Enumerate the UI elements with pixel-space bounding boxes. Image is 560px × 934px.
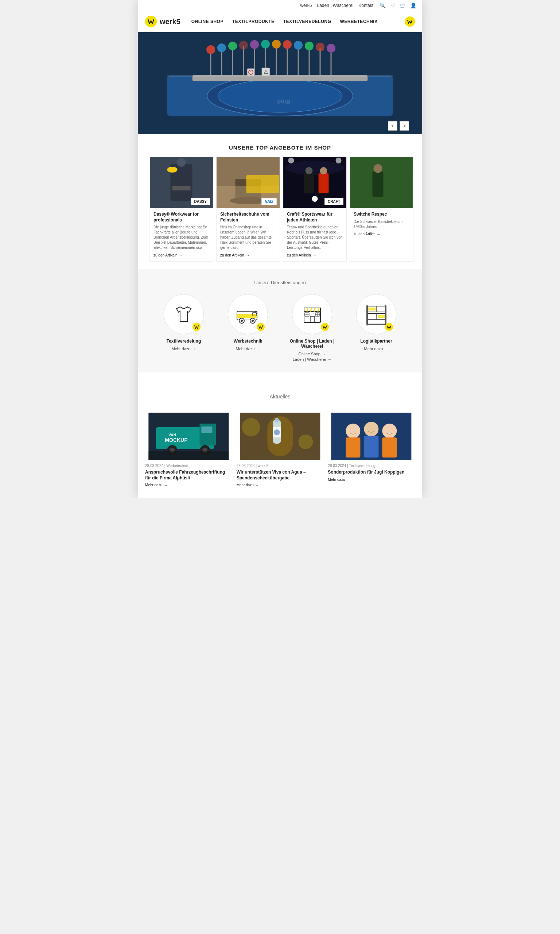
svg-rect-85 xyxy=(366,305,368,325)
svg-text:MOCKUP: MOCKUP xyxy=(165,437,188,443)
news-title-2: Sonderproduktion für Jugi Koppigen xyxy=(328,470,415,475)
service-link-textilveredelung[interactable]: Mehr dazu → xyxy=(172,347,196,351)
nav-werbetechnik[interactable]: WERBETECHNIK xyxy=(340,19,378,24)
news-link-2[interactable]: Mehr dazu → xyxy=(328,478,415,482)
svg-rect-87 xyxy=(366,324,386,325)
product-title-dassy: Dassy® Workwear for professionals xyxy=(154,212,209,223)
product-card-craft: CRAFT Craft® Sportswear für jeden Athlet… xyxy=(283,157,347,262)
service-w-badge xyxy=(385,323,393,331)
svg-point-55 xyxy=(320,167,328,174)
service-title-shop: Online Shop | Laden | Wäscherei xyxy=(283,339,341,349)
arrow-icon: → xyxy=(376,232,381,237)
services-subtitle: Unsere Dienstleistungen xyxy=(145,280,415,285)
svg-rect-42 xyxy=(172,186,191,190)
svg-point-59 xyxy=(374,164,382,173)
nav-online-shop[interactable]: ONLINE SHOP xyxy=(191,19,223,24)
service-link-laden[interactable]: Laden | Wäscherei → xyxy=(293,357,332,362)
svg-point-39 xyxy=(177,158,186,167)
topbar-link-kontakt[interactable]: Kontakt xyxy=(358,3,373,8)
topbar-link-laden[interactable]: Laden | Wäscherei xyxy=(317,3,353,8)
product-info-switch: Switche Respec Die Schweizer Basicbeklei… xyxy=(350,208,413,240)
product-link-dassy[interactable]: zu den Artikeln → xyxy=(154,253,209,257)
svg-rect-47 xyxy=(246,175,279,193)
news-grid: VAN MOCKUP 28.03.2024 xyxy=(145,413,415,487)
carousel-next-btn[interactable]: > xyxy=(400,121,409,131)
service-card-textilveredelung: Textilveredelung Mehr dazu → xyxy=(155,294,213,362)
svg-rect-58 xyxy=(372,171,383,197)
logo-icon xyxy=(145,16,157,27)
service-icon-tshirt xyxy=(164,294,204,334)
arrow-icon: → xyxy=(192,347,196,351)
svg-rect-41 xyxy=(169,169,176,172)
arrow-icon: → xyxy=(246,253,250,257)
wishlist-icon[interactable]: ♡ xyxy=(389,2,396,9)
svg-line-69 xyxy=(311,308,311,311)
product-link-haix[interactable]: zu den Artikeln → xyxy=(220,253,276,257)
carousel-prev-btn[interactable]: < xyxy=(388,121,397,131)
news-link-1[interactable]: Mehr dazu → xyxy=(237,483,324,487)
topbar-link-werk5[interactable]: werk5 xyxy=(300,3,312,8)
product-desc-haix: Neu im Onlineshop und in unserem Laden i… xyxy=(220,225,276,250)
service-title-werbetechnik: Werbetechnik xyxy=(234,339,262,344)
aktuelles-title: Aktuelles xyxy=(145,384,415,405)
arrow-icon: → xyxy=(384,347,388,351)
service-title-logistik: Logistikpartner xyxy=(360,339,392,344)
news-img-0: VAN MOCKUP xyxy=(145,413,232,460)
service-links-shop: Online Shop → Laden | Wäscherei → xyxy=(293,352,332,362)
product-img-craft: CRAFT xyxy=(283,157,346,208)
svg-rect-111 xyxy=(364,436,379,458)
account-icon[interactable]: 👤 xyxy=(410,2,416,9)
nav-textilprodukte[interactable]: TEXTILPRODUKTE xyxy=(232,19,275,24)
product-title-craft: Craft® Sportswear für jeden Athleten xyxy=(287,212,343,223)
service-link-werbetechnik[interactable]: Mehr dazu → xyxy=(236,347,260,351)
product-card-switch: Switche Respec Die Schweizer Basicbeklei… xyxy=(350,157,414,262)
header-badge xyxy=(405,16,415,27)
top-offers-section: UNSERE TOP ANGEBOTE IM SHOP < > xyxy=(138,134,422,262)
svg-point-49 xyxy=(286,160,344,175)
product-link-craft[interactable]: zu den Artikeln → xyxy=(287,253,343,257)
product-desc-dassy: Die junge dänische Marke hat für Fachkrä… xyxy=(154,225,209,250)
news-meta-0: 28.03.2024 | Werbetechnik xyxy=(145,464,232,468)
product-card-haix: HAIX Sicherheitsschuhe vom Feinsten Neu … xyxy=(216,157,280,262)
service-link-logistik[interactable]: Mehr dazu → xyxy=(364,347,389,351)
product-link-switch[interactable]: zu den Artike → xyxy=(354,232,409,237)
service-icon-shop xyxy=(292,294,332,334)
svg-point-106 xyxy=(298,435,313,449)
cart-icon[interactable]: 🛒 xyxy=(400,2,406,9)
products-row: DASSY Dassy® Workwear for professionals … xyxy=(144,157,416,262)
service-title-textilveredelung: Textilveredelung xyxy=(167,339,201,344)
svg-point-104 xyxy=(274,429,280,435)
product-desc-switch: Die Schweizer Basicbekleidun 1980er Jahr… xyxy=(354,219,409,230)
service-card-logistik: Logistikpartner Mehr dazu → xyxy=(347,294,405,362)
service-link-online-shop[interactable]: Online Shop → xyxy=(298,352,326,356)
svg-rect-86 xyxy=(385,305,386,325)
aktuelles-section: Aktuelles VAN MOCKUP xyxy=(138,373,422,498)
product-info-dassy: Dassy® Workwear for professionals Die ju… xyxy=(150,208,213,261)
search-icon[interactable]: 🔍 xyxy=(379,2,386,9)
svg-rect-36 xyxy=(138,32,422,134)
news-card-1: 28.03.2024 | werk 5 Wir unterstützen Viv… xyxy=(237,413,324,487)
svg-rect-80 xyxy=(368,308,376,310)
logo[interactable]: werk5 xyxy=(145,16,180,27)
arrow-icon: → xyxy=(322,352,326,356)
main-nav: ONLINE SHOP TEXTILPRODUKTE TEXTILVEREDEL… xyxy=(191,19,394,24)
product-title-haix: Sicherheitsschuhe vom Feinsten xyxy=(220,212,276,223)
svg-point-112 xyxy=(382,424,397,438)
news-link-0[interactable]: Mehr dazu → xyxy=(145,483,232,487)
news-meta-1: 28.03.2024 | werk 5 xyxy=(237,464,324,468)
svg-rect-109 xyxy=(346,438,361,458)
nav-textilveredelung[interactable]: TEXTILVEREDELUNG xyxy=(283,19,331,24)
carousel-nav: < > xyxy=(388,121,409,131)
service-icon-boxes xyxy=(356,294,396,334)
svg-rect-54 xyxy=(318,173,329,193)
header: werk5 ONLINE SHOP TEXTILPRODUKTE TEXTILV… xyxy=(138,11,422,32)
product-brand-badge-dassy: DASSY xyxy=(191,198,210,205)
svg-rect-83 xyxy=(378,315,386,318)
svg-rect-98 xyxy=(148,451,229,460)
logo-text: werk5 xyxy=(160,17,180,26)
product-img-dassy: DASSY xyxy=(150,157,213,208)
svg-rect-67 xyxy=(304,311,320,322)
top-bar-icons: 🔍 ♡ 🛒 👤 xyxy=(379,2,416,9)
section-title-offers: UNSERE TOP ANGEBOTE IM SHOP xyxy=(144,134,416,157)
top-bar-links: werk5 Laden | Wäscherei Kontakt xyxy=(300,3,373,8)
